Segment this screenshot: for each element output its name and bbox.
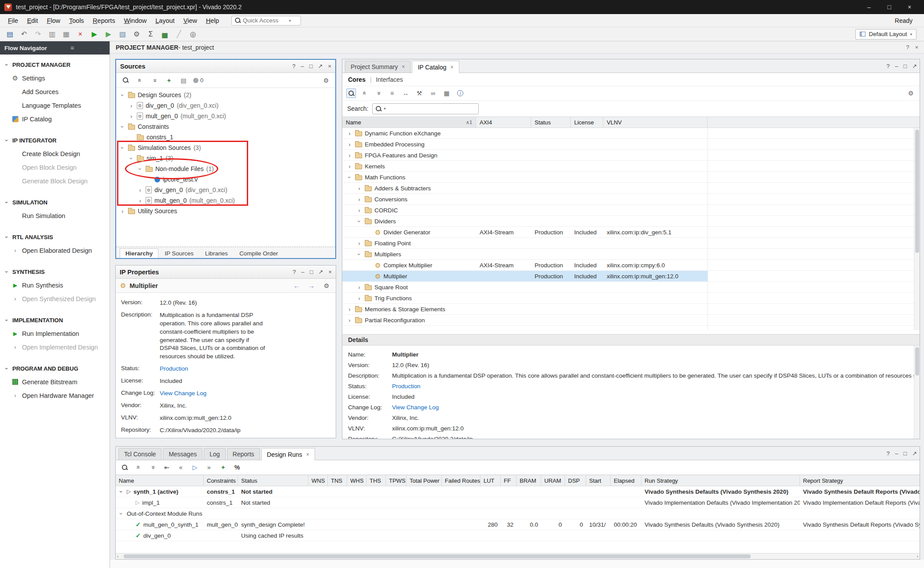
help-icon[interactable]: ? bbox=[292, 63, 295, 69]
runs-column-uram[interactable]: URAM bbox=[541, 475, 565, 486]
percent-icon[interactable]: % bbox=[232, 462, 242, 472]
help-icon[interactable]: · bbox=[81, 43, 91, 53]
help-icon[interactable]: ? bbox=[887, 450, 890, 457]
info-icon[interactable]: i bbox=[455, 88, 465, 98]
maximize-icon[interactable]: □ bbox=[903, 63, 907, 69]
chevron-right-icon[interactable]: › bbox=[356, 295, 362, 301]
redo-icon[interactable]: ↷ bbox=[32, 29, 44, 40]
close-icon[interactable]: × bbox=[915, 44, 918, 51]
chevron-down-icon[interactable]: › bbox=[120, 145, 125, 151]
runs-column-elapsed[interactable]: Elapsed bbox=[611, 475, 642, 486]
grid-icon[interactable]: ▦ bbox=[442, 88, 451, 98]
search-icon[interactable] bbox=[120, 462, 129, 472]
collapse-all-icon[interactable]: « bbox=[134, 462, 143, 472]
tab-reports[interactable]: Reports bbox=[227, 448, 260, 460]
search-icon[interactable] bbox=[346, 88, 356, 98]
flow-item-open-hardware-manager[interactable]: ›Open Hardware Manager bbox=[0, 389, 110, 402]
view-tab-cores[interactable]: Cores bbox=[348, 76, 366, 83]
tree-item-sim-1[interactable]: ›sim_1(3) bbox=[116, 153, 335, 164]
runs-column-run-strategy[interactable]: Run Strategy bbox=[642, 475, 800, 486]
flow-item-add-sources[interactable]: Add Sources bbox=[0, 85, 110, 98]
chevron-down-icon[interactable]: › bbox=[356, 218, 362, 224]
chevron-right-icon[interactable]: › bbox=[347, 142, 352, 147]
design-runs-hscrollbar[interactable]: ‹ › bbox=[116, 553, 920, 559]
tab-tcl-console[interactable]: Tcl Console bbox=[118, 448, 161, 460]
customize-icon[interactable]: ⚒ bbox=[414, 88, 424, 98]
maximize-window-icon[interactable]: □ bbox=[879, 0, 899, 14]
runs-column-whs[interactable]: WHS bbox=[347, 475, 367, 486]
chevron-down-icon[interactable]: › bbox=[118, 489, 124, 495]
forward-nav-icon[interactable]: → bbox=[307, 281, 316, 291]
forward-icon[interactable]: » bbox=[204, 462, 214, 472]
ip-catalog-scrollbar[interactable] bbox=[914, 128, 920, 330]
column-header-axi4[interactable]: AXI4 bbox=[476, 117, 531, 127]
runs-column-bram[interactable]: BRAM bbox=[517, 475, 541, 486]
chevron-down-icon[interactable]: › bbox=[120, 124, 125, 130]
chevron-right-icon[interactable]: › bbox=[347, 306, 352, 312]
copy-icon[interactable]: ▥ bbox=[46, 29, 58, 40]
flow-section-header[interactable]: ›IMPLEMENTATION bbox=[0, 313, 110, 327]
minimize-icon[interactable]: – bbox=[895, 63, 898, 69]
catalog-row-cordic[interactable]: ›CORDIC bbox=[342, 205, 920, 216]
chevron-down-icon[interactable]: › bbox=[137, 166, 143, 172]
maximize-icon[interactable]: □ bbox=[903, 450, 907, 457]
paste-icon[interactable]: ▦ bbox=[60, 29, 72, 40]
chevron-down-icon[interactable]: › bbox=[356, 251, 362, 257]
flow-section-header[interactable]: ›RTL ANALYSIS bbox=[0, 230, 110, 244]
tab-project-summary[interactable]: Project Summary× bbox=[345, 61, 411, 73]
tab-log[interactable]: Log bbox=[204, 448, 225, 460]
probe-icon[interactable]: ◎ bbox=[187, 29, 199, 40]
run-row-div-gen-0[interactable]: ✓div_gen_0Using cached IP results bbox=[116, 530, 920, 541]
edit-icon[interactable]: ╱ bbox=[173, 29, 185, 40]
settings-icon[interactable]: ⚙ bbox=[906, 88, 916, 98]
flow-item-generate-block-design[interactable]: Generate Block Design bbox=[0, 174, 110, 188]
flow-item-run-implementation[interactable]: ▶Run Implementation bbox=[0, 327, 110, 340]
sources-tab-hierarchy[interactable]: Hierarchy bbox=[120, 248, 158, 258]
view-tab-interfaces[interactable]: Interfaces bbox=[376, 76, 403, 83]
menu-item-layout[interactable]: Layout bbox=[151, 15, 179, 26]
hierarchy-icon[interactable]: ≡ bbox=[387, 88, 397, 98]
scroll-left-icon[interactable]: ‹ bbox=[117, 554, 118, 559]
minimize-icon[interactable]: – bbox=[301, 269, 304, 275]
runs-column-wns[interactable]: WNS bbox=[308, 475, 328, 486]
chevron-right-icon[interactable]: › bbox=[347, 164, 352, 169]
chevron-right-icon[interactable]: › bbox=[356, 240, 362, 246]
menu-icon[interactable]: ≡ bbox=[67, 43, 77, 53]
catalog-row-fpga-features-and-design[interactable]: ›FPGA Features and Design bbox=[342, 150, 920, 161]
catalog-row-divider-generator[interactable]: ⚙Divider GeneratorAXI4-StreamProductionI… bbox=[342, 227, 920, 238]
column-header-license[interactable]: License bbox=[571, 117, 603, 127]
catalog-row-conversions[interactable]: ›Conversions bbox=[342, 194, 920, 205]
link-view-change-log[interactable]: View Change Log bbox=[160, 390, 267, 398]
reports-icon[interactable]: ▧ bbox=[117, 29, 128, 40]
float-icon[interactable]: ↗ bbox=[319, 269, 323, 275]
flow-item-open-implemented-design[interactable]: ›Open Implemented Design bbox=[0, 340, 110, 354]
menu-item-tools[interactable]: Tools bbox=[65, 15, 88, 26]
chevron-down-icon[interactable]: › bbox=[347, 175, 352, 180]
runs-column-report-strategy[interactable]: Report Strategy bbox=[800, 475, 920, 486]
collapse-all-icon[interactable]: « bbox=[360, 88, 370, 98]
run-row-impl-1[interactable]: ▷impl_1constrs_1Not startedVivado Implem… bbox=[116, 497, 920, 508]
quick-access-input[interactable] bbox=[243, 17, 287, 24]
menu-item-window[interactable]: Window bbox=[120, 15, 151, 26]
run-row-synth-1-active[interactable]: ›▷synth_1 (active)constrs_1Not startedVi… bbox=[116, 486, 920, 497]
minimize-window-icon[interactable]: – bbox=[859, 0, 879, 14]
close-tab-icon[interactable]: × bbox=[402, 64, 405, 70]
run-row-out-of-context-module-runs[interactable]: ›Out-of-Context Module Runs bbox=[116, 508, 920, 519]
chevron-right-icon[interactable]: › bbox=[137, 187, 143, 193]
chevron-right-icon[interactable]: › bbox=[347, 317, 352, 323]
link-production[interactable]: Production bbox=[160, 365, 267, 373]
runs-column-lut[interactable]: LUT bbox=[480, 475, 501, 486]
menu-item-file[interactable]: File bbox=[4, 15, 22, 26]
run-step-icon[interactable]: ▶ bbox=[103, 29, 114, 40]
scroll-to-icon[interactable]: ▤ bbox=[179, 76, 188, 85]
chevron-down-icon[interactable]: › bbox=[120, 92, 125, 98]
column-header-vlnv[interactable]: VLNV bbox=[603, 117, 708, 127]
menu-item-edit[interactable]: Edit bbox=[22, 15, 42, 26]
sources-tab-ip-sources[interactable]: IP Sources bbox=[159, 248, 199, 258]
column-header-name[interactable]: Name∧1 bbox=[342, 117, 476, 127]
flow-item-create-block-design[interactable]: Create Block Design bbox=[0, 147, 110, 160]
chevron-right-icon[interactable]: › bbox=[356, 284, 362, 290]
menu-item-flow[interactable]: Flow bbox=[42, 15, 65, 26]
run-icon[interactable]: ▶ bbox=[88, 29, 100, 40]
to-start-icon[interactable]: ⇤ bbox=[162, 462, 172, 472]
